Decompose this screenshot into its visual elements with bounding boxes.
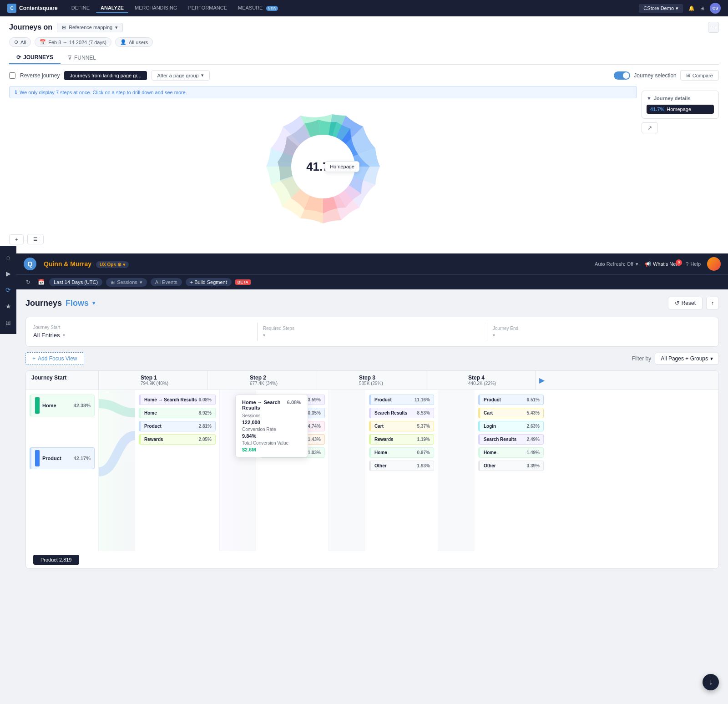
node-other-step4[interactable]: Other 3.39% (478, 461, 544, 471)
node-search-step4[interactable]: Search Results 2.49% (478, 434, 544, 445)
whats-new-button[interactable]: 📢 What's New 9 (645, 261, 679, 267)
build-segment-button[interactable]: + Build Segment (186, 278, 232, 286)
node-product-start[interactable]: Product 42.17% (30, 447, 95, 469)
required-steps-filter[interactable]: Required Steps ▾ (263, 326, 481, 338)
reverse-journey-checkbox[interactable] (9, 72, 15, 79)
add-icon-button[interactable]: + (9, 234, 24, 244)
reference-mapping-button[interactable]: ⊞ Reference mapping ▾ (57, 23, 123, 32)
journey-end-filter[interactable]: Journey End ▾ (493, 326, 711, 338)
next-step-arrow[interactable]: ▶ (536, 371, 548, 390)
node-product-step3[interactable]: Product 11.16% (369, 395, 434, 405)
nav-define[interactable]: DEFINE (67, 3, 94, 13)
calendar-button[interactable]: 📅 (36, 278, 46, 287)
sessions-filter-pill[interactable]: ⊞ Sessions ▾ (106, 278, 147, 287)
help-button[interactable]: ? Help (686, 261, 701, 267)
nav-performance[interactable]: PERFORMANCE (183, 3, 232, 13)
qm-header: Q Quinn & Murray UX Ops ⚙ ▾ Auto Refresh… (16, 253, 728, 274)
expand-button[interactable]: ↗ (642, 122, 658, 133)
journey-details-item[interactable]: 41.7% Homepage (647, 105, 714, 114)
all-events-pill[interactable]: All Events (151, 278, 182, 286)
all-filter-chip[interactable]: ⊙ All (9, 37, 31, 47)
share-button[interactable]: ↑ (706, 297, 719, 309)
cs-header-right: CStore Demo ▾ 🔔 ⊞ CS (639, 3, 721, 14)
journey-selection-toggle[interactable] (614, 71, 630, 80)
sidebar-icon-grid[interactable]: ⊞ (3, 318, 13, 328)
bell-icon[interactable]: 🔔 (688, 5, 695, 11)
filter-by-section: Filter by All Pages + Groups ▾ (632, 353, 719, 365)
qm-user-avatar[interactable] (707, 257, 721, 271)
sidebar-icon-home[interactable]: ⌂ (3, 252, 13, 262)
homepage-tooltip: Homepage (325, 161, 359, 172)
start-column: Home 42.38% Product 42.17% (26, 390, 99, 551)
all-pages-groups-button[interactable]: All Pages + Groups ▾ (655, 353, 719, 365)
add-focus-view-button[interactable]: + Add Focus View (25, 352, 84, 365)
journey-end-chevron-icon: ▾ (493, 333, 495, 338)
qm-toolbar: ↻ 📅 Last 14 Days (UTC) ⊞ Sessions ▾ All … (16, 274, 728, 289)
compare-button[interactable]: ⊞ Compare (680, 70, 719, 81)
node-product-step1[interactable]: Product 2.81% (139, 421, 216, 431)
filter-divider-2 (487, 323, 487, 341)
nav-merchandising[interactable]: MERCHANDISING (130, 3, 182, 13)
journey-start-filter[interactable]: Journey Start All Entries ▾ (33, 325, 252, 339)
measure-badge: NEW (266, 6, 278, 11)
node-product-step4[interactable]: Product 6.51% (478, 395, 544, 405)
chevron-down-icon: ▾ (710, 355, 713, 362)
sidebar-icon-star[interactable]: ★ (3, 301, 13, 311)
reset-button[interactable]: ↺ Reset (668, 297, 703, 309)
node-home-step3[interactable]: Home 0.97% (369, 447, 434, 458)
sidebar-icon-play[interactable]: ▶ (3, 268, 13, 279)
grid-icon[interactable]: ⊞ (700, 5, 704, 11)
users-filter-chip[interactable]: 👤 All users (115, 37, 153, 47)
qm-main: Journeys Flows ▾ ↺ Reset ↑ Journey Start… (16, 289, 728, 576)
collapse-button[interactable]: — (708, 22, 719, 33)
after-page-group-button[interactable]: After a page group ▾ (152, 70, 210, 81)
from-landing-page-button[interactable]: Journeys from landing page gr... (64, 71, 147, 80)
node-search-step3[interactable]: Search Results 8.53% (369, 408, 434, 418)
journey-start-chevron-icon: ▾ (63, 333, 65, 338)
map-icon: ⊞ (62, 25, 66, 30)
nav-analyze[interactable]: ANALYZE (96, 3, 128, 13)
required-steps-chevron-icon: ▾ (263, 333, 265, 338)
list-icon-button[interactable]: ☰ (27, 234, 44, 244)
flows-chevron-icon[interactable]: ▾ (92, 300, 95, 306)
node-rewards-step3[interactable]: Rewards 1.19% (369, 434, 434, 445)
flow-content: Home 42.38% Product 42.17% (26, 390, 718, 551)
tab-journeys[interactable]: ⟳ JOURNEYS (9, 51, 61, 64)
share-icon: ↑ (711, 300, 714, 306)
node-login-step4[interactable]: Login 2.63% (478, 421, 544, 431)
sunburst-chart[interactable]: 41.7% Homepage (259, 103, 387, 230)
plus-icon: + (32, 355, 35, 362)
sidebar: ⌂ ▶ ⟳ ★ ⊞ (0, 246, 16, 334)
flow-svg-1 (99, 390, 135, 549)
node-home-step1[interactable]: Home 8.92% (139, 408, 216, 418)
connector-3 (329, 390, 365, 551)
col-header-step1: Step 1 794.9K (40%) (135, 371, 208, 390)
node-cart-step4[interactable]: Cart 5.43% (478, 408, 544, 418)
page-header: Journeys Flows ▾ ↺ Reset ↑ (25, 297, 719, 309)
journey-filters-bar: Journey Start All Entries ▾ Required Ste… (25, 317, 719, 347)
megaphone-icon: 📢 (645, 261, 651, 267)
funnel-icon: ⊽ (68, 55, 72, 61)
node-rewards-step1[interactable]: Rewards 2.05% (139, 434, 216, 445)
flows-label[interactable]: Flows (66, 299, 89, 308)
node-cart-step3[interactable]: Cart 5.37% (369, 421, 434, 431)
node-other-step3[interactable]: Other 1.93% (369, 461, 434, 471)
auto-refresh[interactable]: Auto Refresh: Off ▾ (595, 261, 638, 267)
node-search-step1[interactable]: Home → Search Results 6.08% (139, 395, 216, 405)
refresh-button[interactable]: ↻ (24, 278, 33, 287)
ux-ops-badge[interactable]: UX Ops ⚙ ▾ (96, 261, 129, 268)
col-header-step2: Step 2 677.4K (34%) (244, 371, 317, 390)
sidebar-icon-journeys[interactable]: ⟳ (3, 285, 13, 295)
node-home-step4[interactable]: Home 1.49% (478, 447, 544, 458)
date-range-pill[interactable]: Last 14 Days (UTC) (49, 278, 102, 286)
compare-icon: ⊞ (686, 72, 690, 78)
step1-column: Home → Search Results 6.08% Home 8.92% P… (135, 390, 220, 551)
bottom-bar: + ☰ (9, 230, 637, 248)
date-filter-chip[interactable]: 📅 Feb 8 → 14 2024 (7 days) (35, 37, 111, 47)
node-home-start[interactable]: Home 42.38% (30, 395, 95, 416)
product-bottom-label: Product 2.819 (33, 555, 79, 565)
demo-button[interactable]: CStore Demo ▾ (639, 4, 683, 13)
tab-funnel[interactable]: ⊽ FUNNEL (61, 51, 103, 64)
qm-header-right: Auto Refresh: Off ▾ 📢 What's New 9 ? Hel… (595, 257, 721, 271)
nav-measure[interactable]: MEASURE NEW (233, 3, 283, 13)
